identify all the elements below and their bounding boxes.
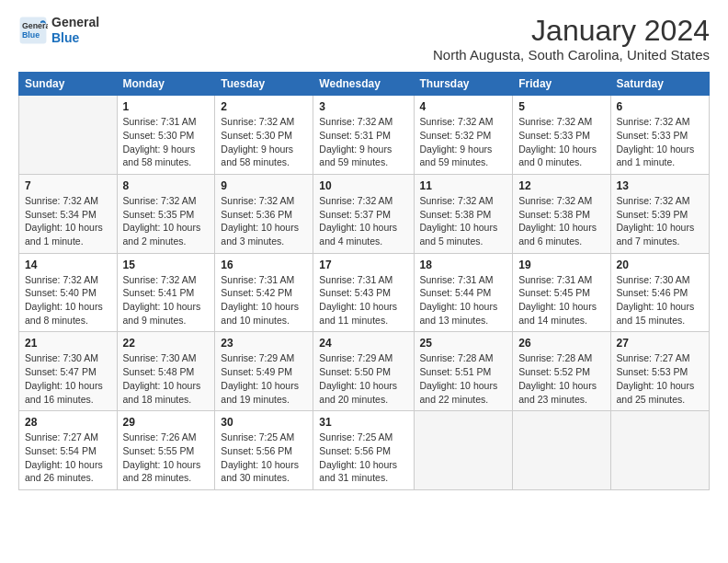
day-info: Sunrise: 7:32 AM Sunset: 5:30 PM Dayligh…: [221, 115, 307, 169]
day-info: Sunrise: 7:32 AM Sunset: 5:37 PM Dayligh…: [319, 194, 407, 248]
calendar-cell: [610, 411, 709, 490]
calendar-cell: 15Sunrise: 7:32 AM Sunset: 5:41 PM Dayli…: [117, 253, 215, 332]
calendar-cell: 28Sunrise: 7:27 AM Sunset: 5:54 PM Dayli…: [19, 411, 118, 490]
day-info: Sunrise: 7:30 AM Sunset: 5:46 PM Dayligh…: [617, 273, 703, 327]
col-header-saturday: Saturday: [610, 73, 709, 96]
calendar-cell: 27Sunrise: 7:27 AM Sunset: 5:53 PM Dayli…: [610, 332, 709, 411]
calendar-cell: 12Sunrise: 7:32 AM Sunset: 5:38 PM Dayli…: [513, 174, 610, 253]
day-info: Sunrise: 7:32 AM Sunset: 5:34 PM Dayligh…: [25, 194, 111, 248]
calendar-header-row: SundayMondayTuesdayWednesdayThursdayFrid…: [19, 73, 710, 96]
calendar-cell: 2Sunrise: 7:32 AM Sunset: 5:30 PM Daylig…: [215, 96, 313, 175]
day-number: 26: [518, 337, 604, 350]
calendar-table: SundayMondayTuesdayWednesdayThursdayFrid…: [18, 72, 710, 490]
calendar-cell: 29Sunrise: 7:26 AM Sunset: 5:55 PM Dayli…: [117, 411, 215, 490]
day-number: 4: [420, 100, 507, 113]
day-number: 25: [420, 337, 507, 350]
day-info: Sunrise: 7:28 AM Sunset: 5:51 PM Dayligh…: [420, 351, 507, 406]
calendar-cell: 23Sunrise: 7:29 AM Sunset: 5:49 PM Dayli…: [215, 332, 313, 411]
calendar-cell: 14Sunrise: 7:32 AM Sunset: 5:40 PM Dayli…: [19, 253, 118, 332]
day-number: 24: [319, 337, 407, 350]
day-info: Sunrise: 7:32 AM Sunset: 5:32 PM Dayligh…: [420, 115, 507, 169]
day-number: 31: [319, 416, 407, 429]
col-header-thursday: Thursday: [414, 73, 513, 96]
calendar-week-row: 1Sunrise: 7:31 AM Sunset: 5:30 PM Daylig…: [19, 96, 710, 175]
day-info: Sunrise: 7:32 AM Sunset: 5:41 PM Dayligh…: [123, 273, 210, 327]
day-number: 10: [319, 179, 407, 192]
calendar-cell: 18Sunrise: 7:31 AM Sunset: 5:44 PM Dayli…: [414, 253, 513, 332]
calendar-cell: 21Sunrise: 7:30 AM Sunset: 5:47 PM Dayli…: [19, 332, 118, 411]
day-info: Sunrise: 7:31 AM Sunset: 5:45 PM Dayligh…: [518, 273, 604, 327]
calendar-week-row: 21Sunrise: 7:30 AM Sunset: 5:47 PM Dayli…: [19, 332, 710, 411]
calendar-cell: 10Sunrise: 7:32 AM Sunset: 5:37 PM Dayli…: [313, 174, 414, 253]
day-number: 22: [123, 337, 210, 350]
day-info: Sunrise: 7:31 AM Sunset: 5:42 PM Dayligh…: [221, 273, 307, 327]
col-header-tuesday: Tuesday: [215, 73, 313, 96]
day-info: Sunrise: 7:25 AM Sunset: 5:56 PM Dayligh…: [221, 431, 307, 485]
calendar-cell: 31Sunrise: 7:25 AM Sunset: 5:56 PM Dayli…: [313, 411, 414, 490]
day-info: Sunrise: 7:30 AM Sunset: 5:48 PM Dayligh…: [123, 351, 210, 406]
calendar-cell: 13Sunrise: 7:32 AM Sunset: 5:39 PM Dayli…: [610, 174, 709, 253]
calendar-cell: [414, 411, 513, 490]
day-number: 8: [123, 179, 210, 192]
day-number: 14: [25, 259, 111, 271]
day-info: Sunrise: 7:30 AM Sunset: 5:47 PM Dayligh…: [25, 351, 111, 406]
calendar-cell: 16Sunrise: 7:31 AM Sunset: 5:42 PM Dayli…: [215, 253, 313, 332]
svg-text:General: General: [22, 21, 48, 30]
day-info: Sunrise: 7:32 AM Sunset: 5:33 PM Dayligh…: [518, 115, 604, 169]
calendar-cell: 20Sunrise: 7:30 AM Sunset: 5:46 PM Dayli…: [610, 253, 709, 332]
day-number: 29: [123, 416, 210, 429]
calendar-cell: 6Sunrise: 7:32 AM Sunset: 5:33 PM Daylig…: [610, 96, 709, 175]
day-number: 27: [617, 337, 703, 350]
day-info: Sunrise: 7:31 AM Sunset: 5:43 PM Dayligh…: [319, 273, 407, 327]
day-number: 17: [319, 259, 407, 271]
logo-icon: General Blue: [18, 16, 48, 45]
col-header-wednesday: Wednesday: [313, 73, 414, 96]
day-info: Sunrise: 7:32 AM Sunset: 5:40 PM Dayligh…: [25, 273, 111, 327]
calendar-cell: 9Sunrise: 7:32 AM Sunset: 5:36 PM Daylig…: [215, 174, 313, 253]
day-number: 3: [319, 100, 407, 113]
calendar-cell: 26Sunrise: 7:28 AM Sunset: 5:52 PM Dayli…: [513, 332, 610, 411]
calendar-cell: 5Sunrise: 7:32 AM Sunset: 5:33 PM Daylig…: [513, 96, 610, 175]
day-number: 20: [617, 259, 703, 271]
day-number: 6: [617, 100, 703, 113]
day-number: 13: [617, 179, 703, 192]
day-info: Sunrise: 7:31 AM Sunset: 5:44 PM Dayligh…: [420, 273, 507, 327]
col-header-sunday: Sunday: [19, 73, 118, 96]
day-info: Sunrise: 7:31 AM Sunset: 5:30 PM Dayligh…: [123, 115, 210, 169]
day-number: 2: [221, 100, 307, 113]
day-number: 7: [25, 179, 111, 192]
day-number: 23: [221, 337, 307, 350]
calendar-cell: 17Sunrise: 7:31 AM Sunset: 5:43 PM Dayli…: [313, 253, 414, 332]
day-info: Sunrise: 7:29 AM Sunset: 5:50 PM Dayligh…: [319, 351, 407, 406]
calendar-cell: 25Sunrise: 7:28 AM Sunset: 5:51 PM Dayli…: [414, 332, 513, 411]
day-info: Sunrise: 7:25 AM Sunset: 5:56 PM Dayligh…: [319, 431, 407, 485]
calendar-week-row: 7Sunrise: 7:32 AM Sunset: 5:34 PM Daylig…: [19, 174, 710, 253]
col-header-monday: Monday: [117, 73, 215, 96]
calendar-cell: 3Sunrise: 7:32 AM Sunset: 5:31 PM Daylig…: [313, 96, 414, 175]
day-info: Sunrise: 7:32 AM Sunset: 5:31 PM Dayligh…: [319, 115, 407, 169]
calendar-cell: 30Sunrise: 7:25 AM Sunset: 5:56 PM Dayli…: [215, 411, 313, 490]
page-subtitle: North Augusta, South Carolina, United St…: [433, 47, 710, 63]
day-info: Sunrise: 7:32 AM Sunset: 5:38 PM Dayligh…: [518, 194, 604, 248]
day-info: Sunrise: 7:32 AM Sunset: 5:39 PM Dayligh…: [617, 194, 703, 248]
day-info: Sunrise: 7:29 AM Sunset: 5:49 PM Dayligh…: [221, 351, 307, 406]
calendar-cell: 19Sunrise: 7:31 AM Sunset: 5:45 PM Dayli…: [513, 253, 610, 332]
day-number: 1: [123, 100, 210, 113]
day-info: Sunrise: 7:32 AM Sunset: 5:38 PM Dayligh…: [420, 194, 507, 248]
day-number: 5: [518, 100, 604, 113]
header: General Blue General Blue January 2024 N…: [18, 15, 710, 63]
calendar-week-row: 28Sunrise: 7:27 AM Sunset: 5:54 PM Dayli…: [19, 411, 710, 490]
day-number: 21: [25, 337, 111, 350]
calendar-cell: 22Sunrise: 7:30 AM Sunset: 5:48 PM Dayli…: [117, 332, 215, 411]
calendar-cell: [19, 96, 118, 175]
day-info: Sunrise: 7:26 AM Sunset: 5:55 PM Dayligh…: [123, 431, 210, 485]
calendar-cell: 11Sunrise: 7:32 AM Sunset: 5:38 PM Dayli…: [414, 174, 513, 253]
calendar-cell: 1Sunrise: 7:31 AM Sunset: 5:30 PM Daylig…: [117, 96, 215, 175]
day-number: 30: [221, 416, 307, 429]
svg-text:Blue: Blue: [22, 30, 40, 40]
calendar-week-row: 14Sunrise: 7:32 AM Sunset: 5:40 PM Dayli…: [19, 253, 710, 332]
day-info: Sunrise: 7:32 AM Sunset: 5:35 PM Dayligh…: [123, 194, 210, 248]
col-header-friday: Friday: [513, 73, 610, 96]
day-info: Sunrise: 7:32 AM Sunset: 5:33 PM Dayligh…: [617, 115, 703, 169]
day-number: 16: [221, 259, 307, 271]
